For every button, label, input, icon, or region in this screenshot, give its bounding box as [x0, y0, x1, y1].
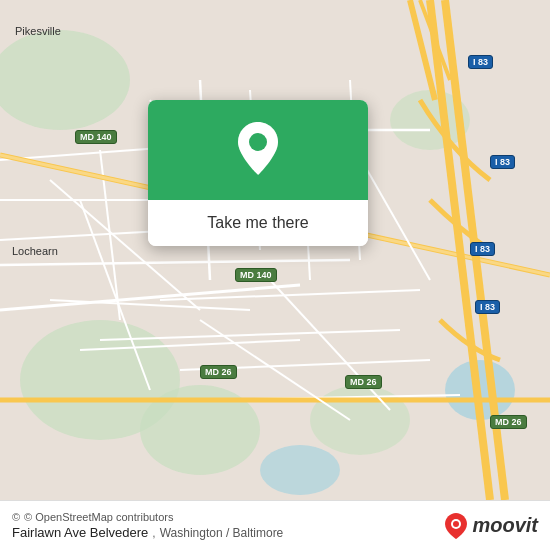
md26-shield-2: MD 26 [345, 375, 382, 389]
attribution: © © OpenStreetMap contributors [12, 511, 283, 523]
md26-shield-1: MD 26 [200, 365, 237, 379]
copyright-symbol: © [12, 511, 20, 523]
attribution-text: © OpenStreetMap contributors [24, 511, 173, 523]
moovit-brand-name: moovit [472, 514, 538, 537]
md26-shield-3: MD 26 [490, 415, 527, 429]
i83-shield-1: I 83 [468, 55, 493, 69]
popup-header [148, 100, 368, 200]
region-text: Washington / Baltimore [160, 526, 284, 540]
svg-point-7 [260, 445, 340, 495]
i83-shield-3: I 83 [470, 242, 495, 256]
lochearn-label: Lochearn [12, 245, 58, 257]
take-me-there-button[interactable]: Take me there [148, 200, 368, 246]
map-container: Pikesville Lochearn MD 140 MD 140 I 83 I… [0, 0, 550, 550]
i83-shield-4: I 83 [475, 300, 500, 314]
map-svg [0, 0, 550, 500]
moovit-pin-icon [444, 512, 468, 540]
md140-shield-1: MD 140 [75, 130, 117, 144]
popup-card: Take me there [148, 100, 368, 246]
md140-shield-2: MD 140 [235, 268, 277, 282]
region-label: , [152, 526, 155, 540]
bottom-bar: © © OpenStreetMap contributors Fairlawn … [0, 500, 550, 550]
moovit-logo: moovit [444, 512, 538, 540]
address-label: Fairlawn Ave Belvedere [12, 525, 148, 540]
pikesville-label: Pikesville [15, 25, 61, 37]
location-pin-icon [233, 120, 283, 180]
svg-point-41 [453, 521, 459, 527]
svg-point-39 [249, 133, 267, 151]
i83-shield-2: I 83 [490, 155, 515, 169]
